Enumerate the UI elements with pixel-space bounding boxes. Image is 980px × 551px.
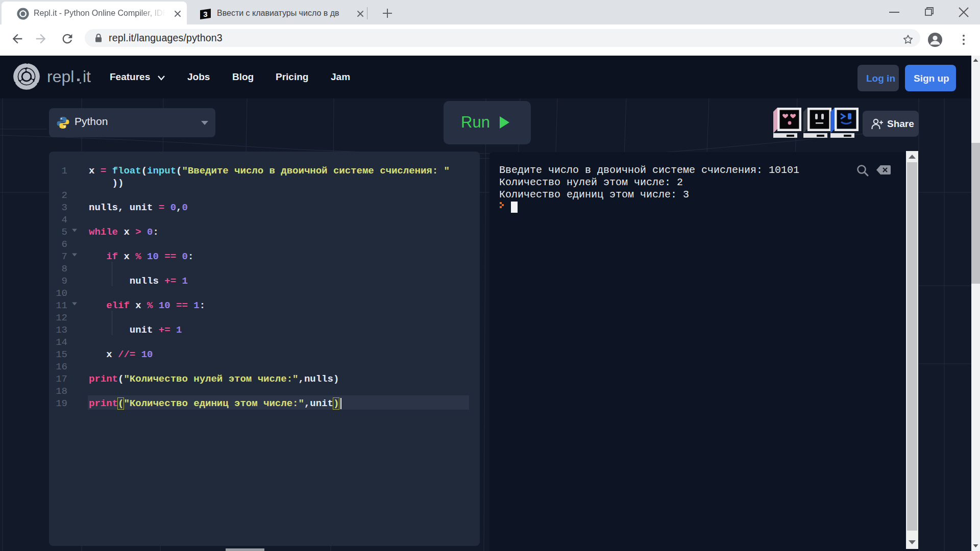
svg-text:3: 3 xyxy=(203,10,207,18)
